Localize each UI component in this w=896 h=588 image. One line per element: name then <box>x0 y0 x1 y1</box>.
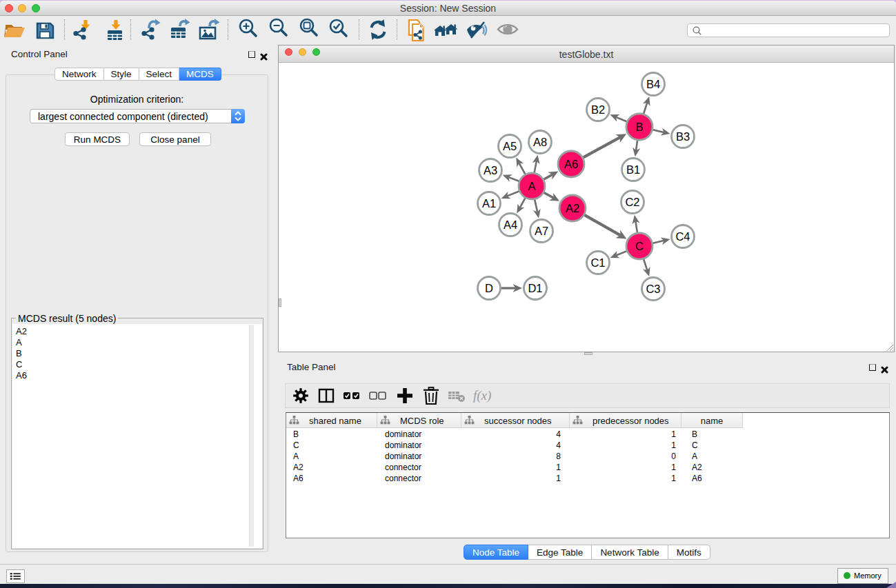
svg-text:D1: D1 <box>528 282 542 294</box>
svg-text:C1: C1 <box>590 256 605 269</box>
svg-text:A1: A1 <box>482 197 496 210</box>
svg-text:B1: B1 <box>626 163 640 176</box>
svg-text:A2: A2 <box>566 202 579 214</box>
svg-text:A5: A5 <box>503 140 517 152</box>
svg-text:A7: A7 <box>535 225 548 237</box>
svg-text:A: A <box>528 180 535 192</box>
svg-text:C4: C4 <box>675 230 690 243</box>
svg-text:C2: C2 <box>625 196 639 208</box>
svg-text:A4: A4 <box>504 219 517 231</box>
svg-text:B4: B4 <box>646 78 660 90</box>
svg-text:C: C <box>635 240 644 252</box>
svg-text:A8: A8 <box>533 136 547 148</box>
svg-text:A3: A3 <box>484 164 497 176</box>
svg-text:B2: B2 <box>591 103 605 116</box>
svg-text:D: D <box>485 282 493 294</box>
svg-text:B: B <box>635 121 643 133</box>
svg-text:C3: C3 <box>646 283 660 295</box>
svg-text:B3: B3 <box>676 130 690 143</box>
svg-text:A6: A6 <box>564 158 578 170</box>
